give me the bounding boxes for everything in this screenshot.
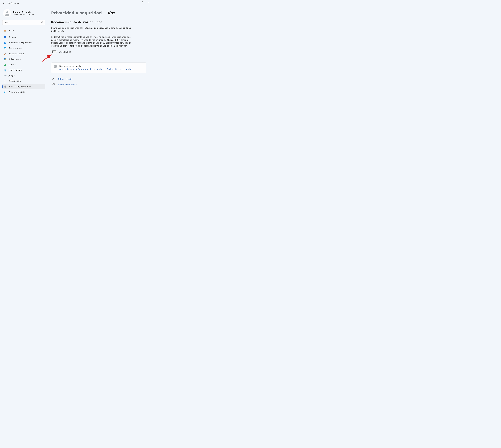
minimize-icon bbox=[136, 1, 137, 3]
svg-point-3 bbox=[42, 21, 43, 23]
svg-rect-6 bbox=[4, 38, 6, 38]
nav-label: Juegos bbox=[9, 75, 15, 77]
close-button[interactable] bbox=[145, 0, 151, 4]
window-controls bbox=[133, 0, 151, 4]
card-links: Acerca de esta configuración y tu privac… bbox=[59, 68, 132, 70]
bluetooth-icon bbox=[4, 41, 6, 44]
svg-point-8 bbox=[5, 49, 5, 49]
nav-label: Cuentas bbox=[9, 64, 17, 66]
nav-personalization[interactable]: Personalización bbox=[2, 51, 45, 56]
nav-network[interactable]: Red e Internet bbox=[2, 46, 45, 51]
svg-point-18 bbox=[5, 80, 5, 80]
wifi-icon bbox=[4, 47, 6, 50]
nav-label: Hora e idioma bbox=[9, 69, 22, 71]
svg-point-16 bbox=[5, 75, 6, 76]
card-title: Recursos de privacidad bbox=[59, 65, 132, 67]
chevron-right-icon: › bbox=[104, 12, 105, 15]
nav-bluetooth[interactable]: Bluetooth y dispositivos bbox=[2, 40, 45, 45]
svg-rect-11 bbox=[4, 59, 5, 60]
send-feedback-link[interactable]: Enviar comentarios bbox=[51, 83, 146, 86]
maximize-icon bbox=[142, 1, 143, 3]
breadcrumb-current: Voz bbox=[108, 11, 115, 15]
footer-links: Obtener ayuda Enviar comentarios bbox=[51, 78, 146, 86]
nav-apps[interactable]: Aplicaciones bbox=[2, 57, 45, 62]
nav-label: Inicio bbox=[9, 29, 14, 32]
nav-accessibility[interactable]: Accesibilidad bbox=[2, 79, 45, 84]
feedback-icon bbox=[52, 83, 55, 86]
svg-line-4 bbox=[43, 23, 43, 23]
toggle-row: Desactivado bbox=[51, 50, 146, 53]
get-help-link[interactable]: Obtener ayuda bbox=[51, 78, 146, 81]
brush-icon bbox=[4, 52, 6, 55]
close-icon bbox=[148, 1, 149, 3]
nav-label: Bluetooth y dispositivos bbox=[9, 42, 32, 44]
nav-label: Accesibilidad bbox=[9, 80, 21, 82]
nav-time[interactable]: Hora e idioma bbox=[2, 67, 45, 73]
nav-accounts[interactable]: Cuentas bbox=[2, 62, 45, 67]
svg-rect-10 bbox=[5, 58, 6, 59]
update-icon bbox=[4, 91, 6, 94]
about-privacy-link[interactable]: Acerca de esta configuración y tu privac… bbox=[59, 68, 103, 70]
description-1: Usa tu voz para aplicaciones con la tecn… bbox=[51, 27, 132, 32]
user-block[interactable]: Juanma Delgado juanmatek@outlook.com bbox=[2, 8, 45, 20]
privacy-statement-link[interactable]: Declaración de privacidad bbox=[107, 68, 132, 70]
titlebar: Configuración bbox=[0, 0, 151, 6]
apps-icon bbox=[4, 58, 6, 61]
nav-label: Windows Update bbox=[9, 91, 25, 93]
system-icon bbox=[4, 36, 6, 39]
toggle-knob bbox=[52, 51, 53, 53]
nav-update[interactable]: Windows Update bbox=[2, 89, 45, 95]
search-input[interactable] bbox=[2, 20, 45, 25]
breadcrumb-parent[interactable]: Privacidad y seguridad bbox=[51, 11, 102, 15]
toggle-label: Desactivado bbox=[59, 51, 71, 53]
shield-icon bbox=[54, 65, 57, 69]
main-content: Privacidad y seguridad › Voz Reconocimie… bbox=[46, 6, 151, 135]
search-wrap bbox=[2, 20, 45, 25]
help-icon bbox=[52, 78, 54, 81]
shield-icon bbox=[4, 85, 6, 88]
svg-line-21 bbox=[54, 80, 54, 80]
help-label: Obtener ayuda bbox=[57, 78, 72, 80]
gamepad-icon bbox=[4, 74, 6, 77]
svg-rect-9 bbox=[4, 58, 5, 59]
privacy-resources-card: Recursos de privacidad Acerca de esta co… bbox=[51, 63, 146, 73]
search-icon bbox=[41, 21, 43, 24]
home-icon bbox=[4, 29, 6, 32]
maximize-button[interactable] bbox=[139, 0, 145, 4]
app-title: Configuración bbox=[8, 2, 19, 4]
nav-label: Personalización bbox=[9, 53, 24, 55]
speech-toggle[interactable] bbox=[51, 50, 57, 53]
nav-label: Red e Internet bbox=[9, 47, 23, 49]
svg-point-2 bbox=[6, 11, 8, 14]
nav-system[interactable]: Sistema bbox=[2, 35, 45, 40]
divider: | bbox=[104, 68, 105, 70]
arrow-left-icon bbox=[3, 2, 5, 4]
accessibility-icon bbox=[4, 80, 6, 82]
nav-privacy[interactable]: Privacidad y seguridad bbox=[2, 84, 45, 89]
sidebar: Juanma Delgado juanmatek@outlook.com Ini… bbox=[0, 6, 46, 135]
avatar bbox=[3, 9, 11, 17]
feedback-label: Enviar comentarios bbox=[58, 84, 77, 86]
svg-point-17 bbox=[6, 76, 6, 76]
svg-rect-12 bbox=[5, 59, 6, 60]
person-icon bbox=[5, 11, 10, 16]
breadcrumb: Privacidad y seguridad › Voz bbox=[51, 11, 146, 15]
svg-point-22 bbox=[52, 84, 53, 84]
back-button[interactable] bbox=[1, 0, 6, 6]
nav-home[interactable]: Inicio bbox=[2, 28, 45, 33]
nav-gaming[interactable]: Juegos bbox=[2, 73, 45, 78]
user-name: Juanma Delgado bbox=[13, 11, 34, 14]
user-email: juanmatek@outlook.com bbox=[13, 14, 34, 16]
svg-point-13 bbox=[5, 64, 6, 65]
svg-rect-1 bbox=[142, 1, 143, 3]
section-title: Reconocimiento de voz en línea bbox=[51, 20, 146, 24]
description-2: Si desactivas el reconocimiento de voz e… bbox=[51, 36, 132, 47]
clock-globe-icon bbox=[4, 69, 6, 72]
minimize-button[interactable] bbox=[133, 0, 139, 4]
nav-label: Sistema bbox=[9, 36, 16, 38]
nav: Inicio Sistema Bluetooth y dispositivos … bbox=[2, 28, 45, 95]
nav-label: Aplicaciones bbox=[9, 58, 21, 60]
nav-label: Privacidad y seguridad bbox=[9, 85, 31, 88]
accounts-icon bbox=[4, 63, 6, 66]
